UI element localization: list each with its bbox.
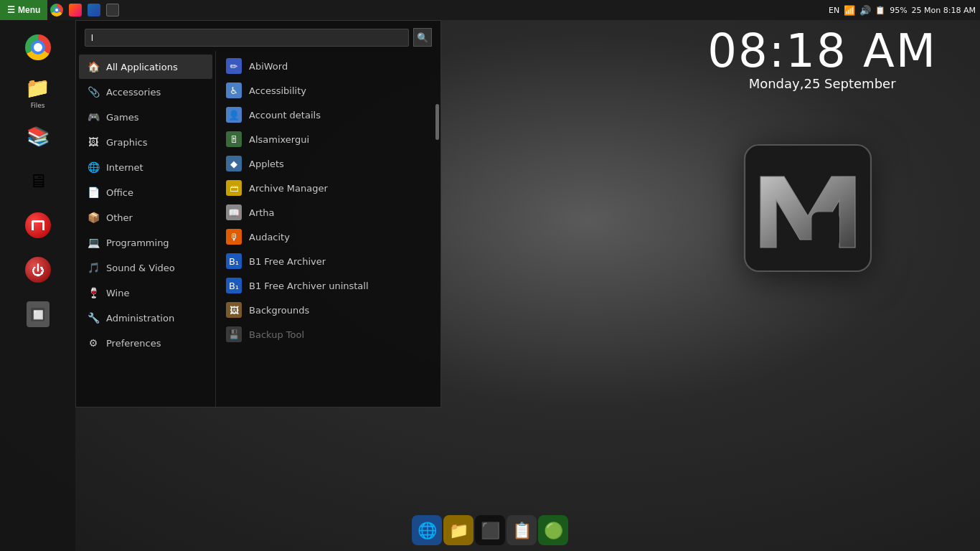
category-icon-accessories: 📎 <box>86 85 100 99</box>
sidebar-app-reader[interactable]: 📚 <box>18 116 58 156</box>
app-label-account-details: Account details <box>249 110 321 121</box>
dock-item-notes[interactable]: 📋 <box>507 515 537 545</box>
category-label-games: Games <box>106 112 138 123</box>
category-other[interactable]: 📦 Other <box>79 205 212 230</box>
wifi-indicator[interactable]: 📶 <box>844 5 855 16</box>
datetime-indicator[interactable]: 25 Mon 8:18 AM <box>912 6 976 15</box>
app-backgrounds[interactable]: 🖼 Backgrounds <box>216 298 440 322</box>
app-icon-applets: ◆ <box>226 156 242 171</box>
panel-chromium-icon[interactable] <box>49 2 65 18</box>
search-bar: 🔍 <box>76 21 440 51</box>
app-icon-b1-free-archiver-uninstall: B₁ <box>226 278 242 293</box>
search-input[interactable] <box>85 29 409 47</box>
app-account-details[interactable]: 👤 Account details <box>216 103 440 127</box>
bottom-dock: 🌐📁⬛📋🟢 <box>412 515 568 545</box>
app-label-accessibility: Accessibility <box>249 85 306 96</box>
category-preferences[interactable]: ⚙ Preferences <box>79 331 212 355</box>
app-archive-manager[interactable]: 🗃 Archive Manager <box>216 176 440 200</box>
category-sound-video[interactable]: 🎵 Sound & Video <box>79 255 212 280</box>
app-b1-free-archiver-uninstall[interactable]: B₁ B1 Free Archiver uninstall <box>216 273 440 298</box>
red-app-icon <box>24 212 52 239</box>
keyboard-layout: EN <box>829 6 839 15</box>
category-icon-office: 📄 <box>86 185 100 199</box>
category-accessories[interactable]: 📎 Accessories <box>79 80 212 104</box>
battery-percent: 95% <box>890 6 907 15</box>
app-icon-audacity: 🎙 <box>226 229 242 245</box>
category-label-programming: Programming <box>106 237 169 248</box>
app-label-artha: Artha <box>249 207 275 218</box>
sidebar-files-label: Files <box>31 103 45 110</box>
category-administration[interactable]: 🔧 Administration <box>79 306 212 330</box>
category-label-sound-video: Sound & Video <box>106 263 175 273</box>
battery-indicator[interactable]: 95% <box>890 6 907 15</box>
search-button[interactable]: 🔍 <box>413 28 432 47</box>
panel-icon-4[interactable] <box>105 2 121 18</box>
app-alsamixergui[interactable]: 🎚 Alsamixergui <box>216 127 440 151</box>
app-label-backup-tool: Backup Tool <box>249 329 304 340</box>
category-label-preferences: Preferences <box>106 338 161 349</box>
app-backup-tool[interactable]: 💾 Backup Tool <box>216 322 440 347</box>
app-menu-body: 🏠 All Applications 📎 Accessories 🎮 Games… <box>76 51 440 407</box>
category-label-office: Office <box>106 187 133 198</box>
category-icon-games: 🎮 <box>86 110 100 124</box>
app-b1-free-archiver[interactable]: B₁ B1 Free Archiver <box>216 249 440 273</box>
category-internet[interactable]: 🌐 Internet <box>79 155 212 179</box>
category-all[interactable]: 🏠 All Applications <box>79 55 212 79</box>
app-accessibility[interactable]: ♿ Accessibility <box>216 78 440 103</box>
app-applets[interactable]: ◆ Applets <box>216 151 440 176</box>
sidebar-app-power[interactable]: ⏻ <box>18 250 58 290</box>
category-label-administration: Administration <box>106 313 174 324</box>
category-graphics[interactable]: 🖼 Graphics <box>79 130 212 154</box>
sidebar-app-switch[interactable]: 🔲 <box>18 294 58 334</box>
app-label-archive-manager: Archive Manager <box>249 183 328 194</box>
app-icon-artha: 📖 <box>226 204 242 220</box>
category-wine[interactable]: 🍷 Wine <box>79 281 212 305</box>
dock-item-terminal[interactable]: ⬛ <box>475 515 505 545</box>
clipboard-icon: 📋 <box>875 6 885 15</box>
app-audacity[interactable]: 🎙 Audacity <box>216 225 440 249</box>
left-sidebar: 📁 Files 📚 🖥 ⏻ 🔲 <box>0 20 75 551</box>
keyboard-indicator[interactable]: EN <box>829 6 839 15</box>
switch-icon: 🔲 <box>24 301 52 328</box>
top-panel: ☰ Menu EN 📶 🔊 📋 <box>0 0 980 20</box>
clipboard-indicator[interactable]: 📋 <box>875 6 885 15</box>
category-icon-wine: 🍷 <box>86 286 100 300</box>
app-menu: 🔍 🏠 All Applications 📎 Accessories 🎮 Gam… <box>75 20 441 408</box>
category-icon-all: 🏠 <box>86 60 100 74</box>
panel-icon-3[interactable] <box>86 2 102 18</box>
sidebar-app-red[interactable] <box>18 205 58 245</box>
app-label-backgrounds: Backgrounds <box>249 305 309 316</box>
category-label-accessories: Accessories <box>106 87 161 98</box>
monitor-icon: 🖥 <box>24 167 52 194</box>
chrome-icon <box>24 34 52 61</box>
category-label-graphics: Graphics <box>106 137 147 148</box>
app-icon-b1-free-archiver: B₁ <box>226 253 242 269</box>
power-icon: ⏻ <box>24 256 52 283</box>
category-icon-preferences: ⚙ <box>86 336 100 350</box>
categories-panel: 🏠 All Applications 📎 Accessories 🎮 Games… <box>76 51 216 407</box>
dock-icon-terminal: ⬛ <box>481 522 500 540</box>
dock-item-wm[interactable]: 🟢 <box>538 515 568 545</box>
wifi-icon: 📶 <box>844 5 855 16</box>
panel-icon-2[interactable] <box>67 2 83 18</box>
category-office[interactable]: 📄 Office <box>79 180 212 204</box>
dock-item-browser[interactable]: 🌐 <box>412 515 442 545</box>
volume-indicator[interactable]: 🔊 <box>859 5 871 16</box>
dock-item-files[interactable]: 📁 <box>443 515 473 545</box>
category-games[interactable]: 🎮 Games <box>79 105 212 129</box>
sidebar-app-chrome[interactable] <box>18 27 58 67</box>
sidebar-app-monitor[interactable]: 🖥 <box>18 161 58 201</box>
category-label-all: All Applications <box>106 62 178 72</box>
dock-icon-notes: 📋 <box>512 522 532 540</box>
app-icon-account-details: 👤 <box>226 107 242 123</box>
sidebar-app-files[interactable]: 📁 Files <box>18 72 58 112</box>
app-abiword[interactable]: ✏ AbiWord <box>216 54 440 78</box>
app-artha[interactable]: 📖 Artha <box>216 200 440 225</box>
category-programming[interactable]: 💻 Programming <box>79 230 212 255</box>
clock-time: 08:18 AM <box>707 26 937 76</box>
datetime-text: 25 Mon 8:18 AM <box>912 6 976 15</box>
category-label-wine: Wine <box>106 288 129 298</box>
panel-right: EN 📶 🔊 📋 95% 25 Mon 8:18 AM <box>829 5 980 16</box>
category-label-other: Other <box>106 212 133 223</box>
menu-button[interactable]: ☰ Menu <box>0 0 47 20</box>
